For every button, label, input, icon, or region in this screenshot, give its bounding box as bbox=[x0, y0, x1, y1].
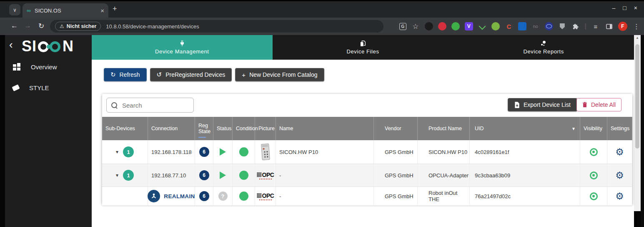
translate-icon[interactable]: G bbox=[399, 23, 406, 30]
expand-caret-icon[interactable]: ▾ bbox=[116, 149, 118, 155]
side-panel-icon[interactable] bbox=[605, 22, 613, 30]
sidebar-item-overview[interactable]: Overview bbox=[13, 63, 57, 71]
sort-desc-icon[interactable]: ▼ bbox=[571, 126, 576, 131]
tab-device-management[interactable]: Device Management bbox=[92, 35, 273, 60]
browser-tab[interactable]: ∞ SICON.OS × bbox=[23, 3, 108, 18]
header-picture[interactable]: Picture bbox=[255, 117, 276, 140]
sidebar-collapse-icon[interactable]: ‹ bbox=[9, 38, 13, 51]
cell-sub-devices: ▾ 1 bbox=[102, 140, 148, 164]
minimize-button[interactable]: – bbox=[612, 5, 616, 11]
expand-caret-icon[interactable]: ▾ bbox=[116, 172, 118, 178]
cell-sub-devices bbox=[102, 187, 148, 205]
table-header-row: Sub-Devices Connection Reg State Status … bbox=[102, 117, 632, 140]
search-box[interactable] bbox=[106, 98, 194, 113]
extension-icon-1[interactable] bbox=[425, 22, 433, 30]
cell-reg-state: 6 bbox=[195, 164, 213, 187]
browser-menu-icon[interactable]: ⋮ bbox=[632, 22, 641, 30]
header-connection[interactable]: Connection bbox=[148, 117, 195, 140]
extension-icon-11[interactable] bbox=[558, 22, 566, 30]
extension-icon-5[interactable] bbox=[478, 22, 486, 30]
visibility-eye-icon[interactable] bbox=[590, 192, 598, 200]
opc-hatch-pattern bbox=[257, 172, 261, 177]
header-product-name[interactable]: Product Name bbox=[418, 117, 470, 140]
extension-icon-8[interactable] bbox=[518, 22, 526, 30]
delete-all-button[interactable]: Delete All bbox=[576, 98, 621, 111]
settings-gear-icon[interactable]: ⚙ bbox=[615, 170, 624, 181]
visibility-eye-icon[interactable] bbox=[590, 172, 598, 179]
cell-settings: ⚙ bbox=[607, 164, 632, 187]
header-reg-state[interactable]: Reg State bbox=[195, 117, 213, 140]
back-button[interactable]: ← bbox=[11, 22, 18, 30]
extension-icon-2[interactable] bbox=[438, 22, 446, 30]
scrollbar-thumb[interactable] bbox=[635, 44, 639, 149]
header-vendor[interactable]: Vendor bbox=[374, 117, 418, 140]
delete-all-label: Delete All bbox=[591, 101, 616, 108]
plus-icon: + bbox=[242, 71, 246, 78]
eye-icon bbox=[546, 24, 552, 28]
reg-state-badge: 6 bbox=[199, 170, 209, 180]
export-device-list-button[interactable]: Export Device List bbox=[508, 98, 577, 111]
extension-icon-3[interactable] bbox=[451, 22, 460, 30]
cell-status bbox=[213, 140, 233, 164]
header-label: Reg State bbox=[198, 123, 213, 134]
security-label: Nicht sicher bbox=[67, 23, 97, 29]
sub-device-connection: REALMAIN bbox=[148, 190, 195, 202]
header-visibility[interactable]: Visibility bbox=[580, 117, 607, 140]
double-chevron-icon bbox=[479, 23, 486, 30]
header-condition[interactable]: Condition bbox=[233, 117, 255, 140]
header-sub-devices[interactable]: Sub-Devices bbox=[102, 117, 148, 140]
reload-button[interactable]: ↻ bbox=[38, 22, 44, 30]
extension-icon-7[interactable]: C bbox=[505, 22, 513, 30]
extension-icon-9[interactable]: no bbox=[531, 22, 540, 30]
page-scrollbar[interactable]: ▲ bbox=[634, 35, 641, 211]
visibility-eye-icon[interactable] bbox=[590, 148, 598, 156]
media-controls-icon[interactable]: ≡ bbox=[591, 22, 600, 30]
security-chip[interactable]: ⚠ Nicht sicher bbox=[55, 22, 101, 31]
scroll-up-icon[interactable]: ▲ bbox=[634, 36, 641, 40]
refresh-button[interactable]: ↻ Refresh bbox=[104, 68, 147, 81]
profile-avatar[interactable]: F bbox=[618, 22, 627, 31]
extension-icon-6[interactable] bbox=[491, 22, 500, 30]
cell-status bbox=[213, 164, 233, 187]
forward-button[interactable]: → bbox=[24, 22, 31, 30]
search-input[interactable] bbox=[121, 101, 185, 109]
main-content: ↻ Refresh ↺ PreRegistered Devices + New … bbox=[92, 60, 634, 227]
opc-logo: OPC bbox=[257, 172, 274, 179]
header-settings[interactable]: Settings bbox=[607, 117, 632, 140]
cell-product-name: Robot inOut THE bbox=[418, 187, 470, 205]
settings-gear-icon[interactable]: ⚙ bbox=[615, 146, 624, 158]
settings-gear-icon[interactable]: ⚙ bbox=[615, 191, 624, 202]
bookmark-star-icon[interactable]: ☆ bbox=[411, 22, 420, 30]
new-tab-button[interactable]: + bbox=[113, 5, 117, 13]
toolbar-separator: | bbox=[585, 23, 586, 30]
preregistered-devices-button[interactable]: ↺ PreRegistered Devices bbox=[150, 68, 232, 81]
header-name[interactable]: Name bbox=[276, 117, 374, 140]
cell-connection: 192.168.77.10 bbox=[148, 164, 195, 187]
sidebar-item-style[interactable]: STYLE bbox=[13, 84, 49, 91]
table-row: ▾ 1 192.168.77.10 6 OPC - GPS GmbH OPCUA… bbox=[102, 164, 632, 187]
tab-title: SICON.OS bbox=[35, 8, 100, 14]
warning-icon: ⚠ bbox=[60, 23, 64, 29]
address-bar[interactable]: ⚠ Nicht sicher 10.8.0.58/device-manageme… bbox=[50, 20, 383, 33]
tab-device-reports[interactable]: Device Reports bbox=[453, 35, 634, 60]
cell-vendor: GPS GmbH bbox=[374, 187, 418, 205]
extension-icon-10[interactable] bbox=[545, 22, 553, 30]
close-tab-icon[interactable]: × bbox=[100, 7, 104, 14]
style-icon bbox=[12, 84, 20, 91]
opc-foundation-line bbox=[259, 179, 272, 179]
maximize-button[interactable]: □ bbox=[623, 5, 626, 11]
extensions-puzzle-icon[interactable] bbox=[571, 22, 580, 30]
cell-vendor: GPS GmbH bbox=[374, 140, 418, 164]
tab-label: Device Files bbox=[347, 48, 379, 55]
sicon-favicon-icon: ∞ bbox=[27, 7, 31, 14]
tab-device-files[interactable]: Device Files bbox=[273, 35, 454, 60]
sub-device-name: REALMAIN bbox=[164, 193, 195, 199]
new-device-from-catalog-button[interactable]: + New Device From Catalog bbox=[235, 68, 324, 81]
sidebar-item-label: STYLE bbox=[29, 84, 49, 91]
close-window-button[interactable]: × bbox=[634, 5, 637, 11]
header-uid[interactable]: UID ▼ bbox=[470, 117, 580, 140]
header-status[interactable]: Status bbox=[213, 117, 233, 140]
extension-icon-4[interactable]: V bbox=[465, 22, 473, 30]
tab-search-button[interactable]: ∨ bbox=[9, 4, 20, 15]
sync-icon: ↺ bbox=[157, 71, 162, 78]
